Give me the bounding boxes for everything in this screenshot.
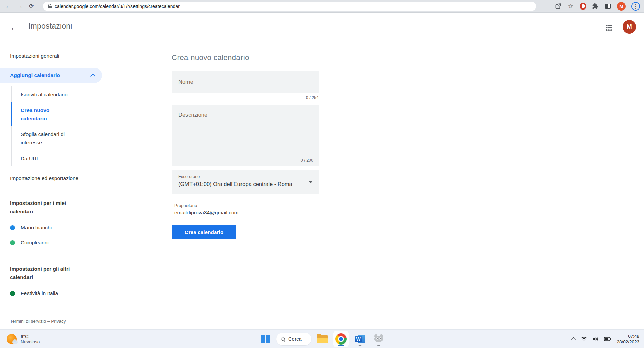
chrome-icon <box>335 333 347 345</box>
windows-taskbar: 6°C Nuvoloso Cerca W <box>0 329 644 348</box>
dropdown-arrow-icon <box>309 181 313 183</box>
calendar-color-dot <box>10 291 15 296</box>
sidebar-item-add-calendar[interactable]: Aggiungi calendario <box>0 68 102 83</box>
sidebar-item-create-calendar[interactable]: Crea nuovo calendario <box>11 102 66 126</box>
gimp-icon <box>374 334 384 344</box>
form-title: Crea nuovo calendario <box>172 53 319 62</box>
chevron-up-icon <box>90 73 96 79</box>
sidebar-item-calendar-mario[interactable]: Mario bianchi <box>10 225 172 231</box>
battery-icon[interactable] <box>604 336 611 342</box>
create-calendar-button[interactable]: Crea calendario <box>172 225 236 239</box>
active-app-indicator <box>338 345 344 347</box>
settings-header: ← Impostazioni M <box>0 13 644 42</box>
google-apps-grid-icon[interactable] <box>606 25 612 31</box>
description-input[interactable] <box>172 105 319 155</box>
sidebar-item-from-url[interactable]: Da URL <box>21 151 76 166</box>
chrome-button[interactable] <box>333 331 349 347</box>
url-text[interactable]: calendar.google.com/calendar/u/1/r/setti… <box>55 4 180 9</box>
weather-widget[interactable]: 6°C Nuvoloso <box>6 330 40 348</box>
system-tray: 07:48 28/02/2023 <box>572 330 639 348</box>
owner-label: Proprietario <box>174 203 319 208</box>
my-calendars-heading: Impostazioni per i miei calendari <box>10 199 82 216</box>
owner-section: Proprietario emaildiprova34@gmail.com <box>172 203 319 216</box>
timezone-label: Fuso orario <box>178 174 200 179</box>
adblock-extension-icon[interactable] <box>580 3 586 10</box>
tray-chevron-up-icon[interactable] <box>572 337 576 341</box>
sidebar-add-calendar-label: Aggiungi calendario <box>10 72 60 78</box>
sidebar-item-subscribe[interactable]: Iscriviti al calendario <box>21 86 76 102</box>
file-explorer-button[interactable] <box>315 331 330 347</box>
calendar-label: Compleanni <box>21 240 49 246</box>
name-input[interactable] <box>172 71 319 93</box>
weather-description: Nuvoloso <box>21 339 40 344</box>
sidebar-item-general[interactable]: Impostazioni generali <box>10 53 172 60</box>
clock-time: 07:48 <box>628 334 639 339</box>
account-avatar[interactable]: M <box>623 20 636 34</box>
sidebar-item-import-export[interactable]: Importazione ed esportazione <box>10 175 172 182</box>
running-app-indicator <box>377 345 380 347</box>
extensions-puzzle-icon[interactable] <box>592 3 599 10</box>
calendar-color-dot <box>10 240 15 245</box>
weather-sun-cloud-icon <box>6 333 17 345</box>
lock-icon[interactable] <box>48 4 52 9</box>
running-app-indicator <box>359 345 362 347</box>
name-field <box>172 71 319 93</box>
share-icon[interactable] <box>555 3 561 10</box>
owner-email: emaildiprova34@gmail.com <box>174 210 319 216</box>
taskbar-center: Cerca W <box>258 330 386 348</box>
start-button[interactable] <box>258 331 273 347</box>
timezone-value: (GMT+01:00) Ora dell’Europa centrale - R… <box>178 181 292 187</box>
browser-profile-avatar[interactable]: M <box>617 2 626 11</box>
address-bar[interactable]: calendar.google.com/calendar/u/1/r/setti… <box>43 2 536 11</box>
weather-temperature: 6°C <box>21 334 40 339</box>
word-button[interactable]: W <box>352 331 368 347</box>
bookmark-star-icon[interactable]: ☆ <box>567 3 574 10</box>
settings-sidebar: Impostazioni generali Aggiungi calendari… <box>0 42 172 296</box>
taskbar-search[interactable]: Cerca <box>276 333 311 345</box>
description-field: 0 / 200 <box>172 105 319 166</box>
search-placeholder: Cerca <box>288 336 302 342</box>
settings-back-icon[interactable]: ← <box>9 22 19 33</box>
browser-menu-icon[interactable] <box>631 2 640 11</box>
page-title: Impostazioni <box>28 22 72 31</box>
word-icon: W <box>355 334 365 344</box>
sidebar-item-calendar-festivita[interactable]: Festività in Italia <box>10 290 172 296</box>
description-counter: 0 / 200 <box>301 158 313 163</box>
calendar-label: Mario bianchi <box>21 225 52 231</box>
wifi-icon[interactable] <box>581 336 587 342</box>
name-counter: 0 / 254 <box>172 95 319 100</box>
clock-date: 28/02/2023 <box>616 339 639 345</box>
search-icon <box>281 337 285 341</box>
browser-actions: ☆ M <box>555 2 644 11</box>
sidebar-item-calendar-compleanni[interactable]: Compleanni <box>10 240 172 246</box>
volume-icon[interactable] <box>592 336 599 342</box>
add-calendar-submenu: Iscriviti al calendario Crea nuovo calen… <box>11 86 172 166</box>
terms-privacy-links[interactable]: Termini di servizio – Privacy <box>10 318 66 324</box>
taskbar-clock[interactable]: 07:48 28/02/2023 <box>616 334 639 345</box>
gimp-button[interactable] <box>371 331 386 347</box>
other-calendars-heading: Impostazioni per gli altri calendari <box>10 265 82 281</box>
create-calendar-form: Crea nuovo calendario 0 / 254 0 / 200 Fu… <box>172 42 319 239</box>
file-explorer-icon <box>317 335 328 343</box>
timezone-select[interactable]: Fuso orario (GMT+01:00) Ora dell’Europa … <box>172 170 319 194</box>
browser-forward-icon[interactable]: → <box>14 1 25 11</box>
browser-back-icon[interactable]: ← <box>3 1 14 11</box>
calendar-label: Festività in Italia <box>21 290 58 296</box>
windows-logo-icon <box>261 335 270 343</box>
calendar-color-dot <box>10 225 15 230</box>
browser-reload-icon[interactable]: ⟳ <box>25 1 37 11</box>
sidebar-item-browse-calendars[interactable]: Sfoglia calendari di interesse <box>21 126 76 151</box>
side-panel-icon[interactable] <box>604 3 611 10</box>
browser-toolbar: ← → ⟳ calendar.google.com/calendar/u/1/r… <box>0 0 644 13</box>
